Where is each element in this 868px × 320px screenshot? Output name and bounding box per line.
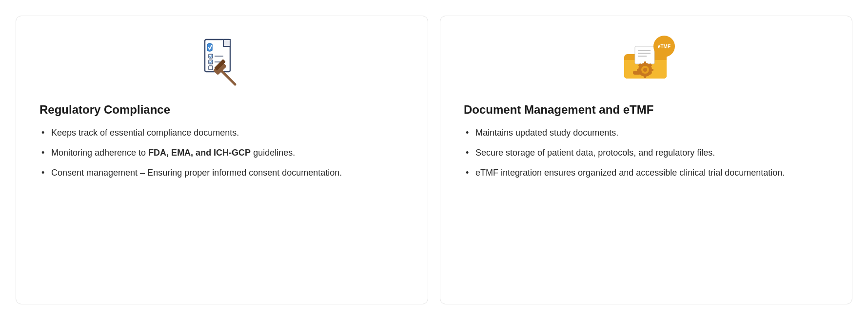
regulatory-compliance-list: Keeps track of essential compliance docu… — [39, 126, 404, 186]
svg-rect-17 — [644, 61, 646, 64]
document-management-list: Maintains updated study documents. Secur… — [464, 126, 829, 186]
etmf-badge: eTMF — [653, 36, 675, 57]
svg-rect-19 — [637, 69, 640, 71]
cards-container: Regulatory Compliance Keeps track of ess… — [0, 0, 868, 320]
svg-rect-20 — [651, 69, 653, 71]
document-management-card: eTMF — [440, 16, 852, 304]
svg-point-16 — [643, 68, 647, 72]
list-item: Monitoring adherence to FDA, EMA, and IC… — [39, 146, 404, 160]
document-management-icon: eTMF — [464, 36, 829, 89]
list-item: Keeps track of essential compliance docu… — [39, 126, 404, 140]
svg-rect-10 — [635, 46, 654, 64]
regulatory-compliance-card: Regulatory Compliance Keeps track of ess… — [16, 16, 428, 304]
regulatory-compliance-icon — [39, 36, 404, 89]
list-item: eTMF integration ensures organized and a… — [464, 166, 829, 180]
document-management-title: Document Management and eTMF — [464, 103, 829, 117]
list-item: Consent management – Ensuring proper inf… — [39, 166, 404, 180]
svg-rect-18 — [644, 75, 646, 78]
list-item: Maintains updated study documents. — [464, 126, 829, 140]
list-item: Secure storage of patient data, protocol… — [464, 146, 829, 160]
regulatory-compliance-title: Regulatory Compliance — [39, 103, 404, 117]
svg-rect-25 — [633, 71, 641, 75]
